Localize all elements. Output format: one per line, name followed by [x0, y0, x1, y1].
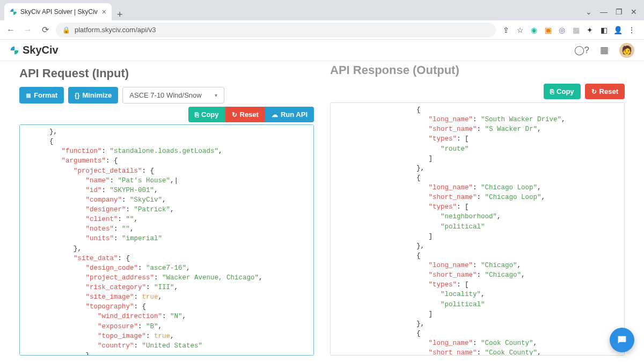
app-header: SkyCiv ◯? ▦ 🧑 — [0, 40, 644, 61]
reload-button[interactable]: ⟳ — [39, 24, 52, 36]
new-tab-button[interactable]: + — [112, 9, 128, 20]
browser-tabstrip: SkyCiv API Solver | SkyCiv × + ⌄ — ❐ ✕ — [0, 0, 644, 20]
brand-name: SkyCiv — [23, 44, 58, 56]
minimize-window-icon[interactable]: — — [598, 8, 610, 16]
extension-icon[interactable]: ◎ — [556, 24, 568, 36]
star-icon[interactable]: ☆ — [514, 24, 526, 36]
request-toolbar: ≣ Format {} Minimize ASCE 7-10 Wind/Snow… — [19, 87, 314, 104]
lock-icon: 🔒 — [62, 26, 70, 34]
copy-icon: ⎘ — [195, 111, 199, 119]
refresh-icon: ↻ — [232, 111, 237, 119]
restore-window-icon[interactable]: ❐ — [613, 8, 625, 16]
window-controls: ⌄ — ❐ ✕ — [583, 8, 640, 20]
kebab-menu-icon[interactable]: ⋮ — [626, 24, 638, 36]
response-code: { "long_name": "South Wacker Drive", "sh… — [331, 103, 624, 356]
align-icon: ≣ — [26, 92, 31, 99]
response-panel: API Response (Output) ⎘ Copy ↻ Reset { "… — [325, 61, 644, 362]
tab-favicon-icon — [10, 8, 17, 16]
request-action-bar: ⎘ Copy ↻ Reset ☁ Run API — [19, 107, 314, 122]
extension-icon[interactable]: ◉ — [528, 24, 540, 36]
apps-grid-icon[interactable]: ▦ — [600, 45, 609, 56]
puzzle-icon[interactable]: ✦ — [584, 24, 596, 36]
request-panel: API Request (Input) ≣ Format {} Minimize… — [0, 61, 325, 362]
browser-tab[interactable]: SkyCiv API Solver | SkyCiv × — [4, 3, 112, 20]
toolbar-icons: ⇪ ☆ ◉ ▣ ◎ ▦ ✦ ◧ 👤 ⋮ — [500, 24, 640, 36]
user-avatar[interactable]: 🧑 — [619, 43, 634, 58]
request-code: }, { "function": "standalone.loads.getLo… — [20, 125, 313, 356]
extension-icon[interactable]: ▣ — [542, 24, 554, 36]
profile-avatar-icon[interactable]: 👤 — [612, 24, 624, 36]
response-toolbar: ⎘ Copy ↻ Reset — [330, 84, 625, 99]
back-button[interactable]: ← — [4, 24, 17, 36]
chat-icon — [616, 334, 628, 346]
url-input[interactable]: 🔒 platform.skyciv.com/api/v3 — [56, 23, 496, 38]
format-button[interactable]: ≣ Format — [19, 87, 64, 104]
tab-title: SkyCiv API Solver | SkyCiv — [20, 8, 98, 16]
request-editor[interactable]: }, { "function": "standalone.loads.getLo… — [19, 124, 314, 356]
braces-icon: {} — [75, 92, 79, 99]
tab-close-icon[interactable]: × — [102, 8, 106, 16]
request-title: API Request (Input) — [19, 67, 314, 80]
template-dropdown[interactable]: ASCE 7-10 Wind/Snow ▾ — [122, 87, 224, 104]
minimize-button[interactable]: {} Minimize — [68, 87, 118, 104]
response-title: API Response (Output) — [330, 63, 625, 77]
brand-mark-icon — [10, 46, 19, 55]
forward-button[interactable]: → — [21, 24, 34, 36]
copy-icon: ⎘ — [550, 88, 554, 95]
chat-launcher[interactable] — [610, 328, 634, 352]
close-window-icon[interactable]: ✕ — [628, 8, 640, 16]
chevron-down-icon[interactable]: ⌄ — [583, 8, 595, 16]
help-icon[interactable]: ◯? — [574, 45, 589, 56]
run-api-button[interactable]: ☁ Run API — [265, 107, 314, 122]
extension-icon[interactable]: ▦ — [570, 24, 582, 36]
reset-request-button[interactable]: ↻ Reset — [225, 107, 265, 122]
url-text: platform.skyciv.com/api/v3 — [75, 26, 156, 34]
reset-response-button[interactable]: ↻ Reset — [585, 84, 625, 99]
main-content: API Request (Input) ≣ Format {} Minimize… — [0, 61, 644, 362]
chevron-down-icon: ▾ — [215, 92, 217, 98]
cloud-icon: ☁ — [272, 111, 278, 119]
refresh-icon: ↻ — [591, 88, 597, 95]
browser-address-bar: ← → ⟳ 🔒 platform.skyciv.com/api/v3 ⇪ ☆ ◉… — [0, 20, 644, 40]
copy-response-button[interactable]: ⎘ Copy — [544, 84, 581, 99]
share-icon[interactable]: ⇪ — [500, 24, 512, 36]
copy-request-button[interactable]: ⎘ Copy — [188, 107, 225, 122]
response-viewer[interactable]: { "long_name": "South Wacker Drive", "sh… — [330, 102, 625, 356]
extension-icon[interactable]: ◧ — [598, 24, 610, 36]
dropdown-selected: ASCE 7-10 Wind/Snow — [129, 91, 201, 99]
brand-logo[interactable]: SkyCiv — [10, 44, 58, 56]
